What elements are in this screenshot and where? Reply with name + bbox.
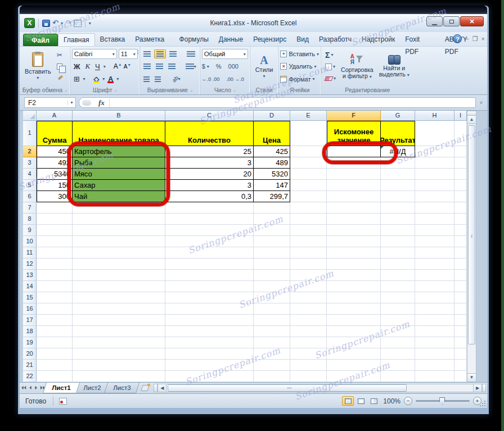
sheet-tab-лист1[interactable]: Лист1	[43, 383, 80, 393]
row-header-14[interactable]: 14	[23, 281, 37, 292]
underline-dropdown-icon[interactable]: ▾	[104, 64, 106, 69]
cell-D2[interactable]: 425	[254, 146, 290, 157]
cell-F20[interactable]	[327, 348, 381, 360]
resize-grip[interactable]	[479, 400, 486, 407]
cell-A8[interactable]	[37, 214, 73, 225]
cell-H20[interactable]	[415, 348, 454, 360]
cell-C2[interactable]: 25	[165, 146, 254, 157]
cell-H22[interactable]	[415, 371, 454, 382]
cell-H18[interactable]	[415, 326, 454, 337]
cell-C20[interactable]	[165, 348, 254, 360]
insert-worksheet-button[interactable]	[138, 383, 152, 393]
cell-E18[interactable]	[290, 326, 327, 337]
cell-H2[interactable]	[415, 146, 454, 157]
zoom-out-button[interactable]: −	[404, 397, 412, 405]
cell-B21[interactable]	[73, 360, 165, 371]
cell-B10[interactable]	[73, 236, 165, 247]
row-header-9[interactable]: 9	[23, 225, 37, 236]
column-header-A[interactable]: A	[37, 111, 73, 121]
cell-C13[interactable]	[165, 270, 254, 281]
cell-H21[interactable]	[415, 360, 454, 371]
cell-D11[interactable]	[254, 247, 290, 258]
fill-button[interactable]: ↓▾	[324, 62, 337, 71]
horizontal-split-handle[interactable]	[154, 384, 158, 392]
cell-E19[interactable]	[290, 337, 327, 348]
normal-view-button[interactable]	[342, 396, 354, 406]
row-header-18[interactable]: 18	[23, 326, 37, 337]
cell-I12[interactable]	[454, 258, 467, 270]
cell-E9[interactable]	[290, 225, 327, 236]
macro-record-icon[interactable]	[59, 398, 67, 405]
cell-I16[interactable]	[454, 303, 467, 315]
cell-D18[interactable]	[254, 326, 290, 337]
tab-данные[interactable]: Данные	[214, 33, 248, 46]
cell-B13[interactable]	[73, 270, 165, 281]
cell-E17[interactable]	[290, 315, 327, 326]
fill-color-button[interactable]: ◇	[92, 75, 101, 83]
row-header-13[interactable]: 13	[23, 270, 37, 281]
cell-A11[interactable]	[37, 247, 73, 258]
row-header-2[interactable]: 2	[23, 146, 37, 157]
cell-G15[interactable]	[381, 292, 415, 303]
horizontal-split-handle[interactable]	[482, 384, 486, 392]
align-center-button[interactable]	[154, 62, 165, 70]
cell-F18[interactable]	[327, 326, 381, 337]
cell-I10[interactable]	[454, 236, 467, 247]
underline-button[interactable]: Ч	[93, 62, 102, 71]
cell-F19[interactable]	[327, 337, 381, 348]
tab-разметка-с[interactable]: Разметка с	[130, 33, 174, 46]
select-all-corner[interactable]	[23, 111, 37, 121]
first-sheet-icon[interactable]: ⏴⏴	[21, 385, 26, 391]
decrease-decimal-button[interactable]: .00 →.0	[226, 76, 244, 82]
cell-H4[interactable]	[415, 169, 454, 180]
cell-E14[interactable]	[290, 281, 327, 292]
cell-H6[interactable]	[415, 191, 454, 202]
horizontal-scroll-thumb[interactable]	[168, 384, 407, 392]
row-header-22[interactable]: 22	[23, 371, 37, 382]
cell-E12[interactable]	[290, 258, 327, 270]
page-layout-view-button[interactable]	[355, 396, 367, 406]
row-header-7[interactable]: 7	[23, 202, 37, 214]
tab-главная[interactable]: Главная	[58, 33, 95, 46]
percent-format-button[interactable]: %	[216, 63, 222, 70]
comma-format-button[interactable]: 000	[228, 63, 238, 70]
cell-I3[interactable]	[454, 157, 467, 169]
cell-D7[interactable]	[254, 202, 290, 214]
merge-center-button[interactable]: ▾	[184, 62, 198, 70]
font-size-select[interactable]: 11▾	[119, 49, 138, 59]
insert-function-icon[interactable]: fx	[94, 98, 110, 107]
dialog-launcher-icon[interactable]: ⌟	[233, 86, 236, 94]
cell-F11[interactable]	[327, 247, 381, 258]
cell-G11[interactable]	[381, 247, 415, 258]
tab-рецензирс[interactable]: Рецензирс	[248, 33, 291, 46]
cell-F4[interactable]	[327, 169, 381, 180]
cell-I11[interactable]	[454, 247, 467, 258]
cell-I8[interactable]	[454, 214, 467, 225]
decrease-indent-button[interactable]	[142, 75, 151, 83]
cell-H10[interactable]	[415, 236, 454, 247]
cell-A1[interactable]: Сумма	[37, 121, 73, 146]
cell-E16[interactable]	[290, 303, 327, 315]
next-sheet-icon[interactable]: ⏵	[35, 385, 38, 391]
column-header-H[interactable]: H	[415, 111, 454, 121]
cell-G6[interactable]	[381, 191, 415, 202]
format-painter-button[interactable]	[56, 74, 67, 83]
cell-H9[interactable]	[415, 225, 454, 236]
cell-A18[interactable]	[37, 326, 73, 337]
column-header-G[interactable]: G	[381, 111, 415, 121]
row-header-1[interactable]: 1	[23, 121, 37, 146]
cell-A15[interactable]	[37, 292, 73, 303]
cell-E20[interactable]	[290, 348, 327, 360]
cell-F16[interactable]	[327, 303, 381, 315]
cell-D19[interactable]	[254, 337, 290, 348]
cell-C5[interactable]: 3	[165, 180, 254, 191]
row-header-19[interactable]: 19	[23, 337, 37, 348]
orientation-button[interactable]: ab▾	[170, 75, 182, 83]
cell-G13[interactable]	[381, 270, 415, 281]
cell-H13[interactable]	[415, 270, 454, 281]
cell-I7[interactable]	[454, 202, 467, 214]
cell-A9[interactable]	[37, 225, 73, 236]
cell-A17[interactable]	[37, 315, 73, 326]
cell-B18[interactable]	[73, 326, 165, 337]
column-header-I[interactable]: I	[454, 111, 467, 121]
